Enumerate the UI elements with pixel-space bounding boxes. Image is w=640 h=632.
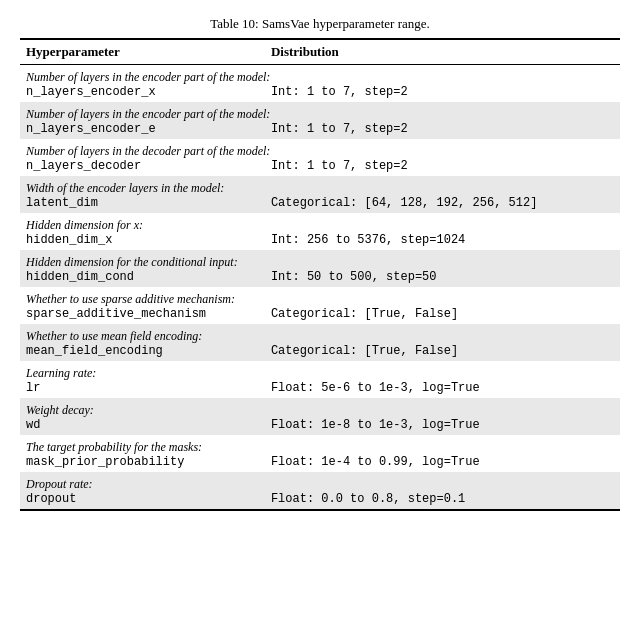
table-row: lrFloat: 5e-6 to 1e-3, log=True <box>20 381 620 398</box>
param-name: sparse_additive_mechanism <box>20 307 265 324</box>
table-row: dropoutFloat: 0.0 to 0.8, step=0.1 <box>20 492 620 510</box>
row-description: Weight decay: <box>20 398 620 418</box>
row-description: Whether to use mean field encoding: <box>20 324 620 344</box>
table-row: mask_prior_probabilityFloat: 1e-4 to 0.9… <box>20 455 620 472</box>
distribution-value: Categorical: [64, 128, 192, 256, 512] <box>265 196 620 213</box>
table-row: n_layers_encoder_xInt: 1 to 7, step=2 <box>20 85 620 102</box>
row-description: Number of layers in the decoder part of … <box>20 139 620 159</box>
row-description: Hidden dimension for the conditional inp… <box>20 250 620 270</box>
distribution-value: Categorical: [True, False] <box>265 307 620 324</box>
param-name: hidden_dim_cond <box>20 270 265 287</box>
table-row: Learning rate: <box>20 361 620 381</box>
table-row: mean_field_encodingCategorical: [True, F… <box>20 344 620 361</box>
table-row: hidden_dim_condInt: 50 to 500, step=50 <box>20 270 620 287</box>
hyperparameter-table: Hyperparameter Distribution Number of la… <box>20 38 620 511</box>
table-row: Number of layers in the encoder part of … <box>20 65 620 86</box>
distribution-value: Float: 1e-4 to 0.99, log=True <box>265 455 620 472</box>
param-name: latent_dim <box>20 196 265 213</box>
table-row: Hidden dimension for the conditional inp… <box>20 250 620 270</box>
row-description: The target probability for the masks: <box>20 435 620 455</box>
header-col2: Distribution <box>265 39 620 65</box>
table-row: The target probability for the masks: <box>20 435 620 455</box>
table-row: n_layers_encoder_eInt: 1 to 7, step=2 <box>20 122 620 139</box>
table-row: sparse_additive_mechanismCategorical: [T… <box>20 307 620 324</box>
table-row: Hidden dimension for x: <box>20 213 620 233</box>
table-caption: Table 10: SamsVae hyperparameter range. <box>20 16 620 32</box>
header-col1: Hyperparameter <box>20 39 265 65</box>
distribution-value: Int: 1 to 7, step=2 <box>265 122 620 139</box>
table-row: hidden_dim_xInt: 256 to 5376, step=1024 <box>20 233 620 250</box>
row-description: Dropout rate: <box>20 472 620 492</box>
distribution-value: Float: 0.0 to 0.8, step=0.1 <box>265 492 620 510</box>
table-row: n_layers_decoderInt: 1 to 7, step=2 <box>20 159 620 176</box>
param-name: n_layers_decoder <box>20 159 265 176</box>
distribution-value: Int: 50 to 500, step=50 <box>265 270 620 287</box>
row-description: Width of the encoder layers in the model… <box>20 176 620 196</box>
table-row: Whether to use mean field encoding: <box>20 324 620 344</box>
row-description: Hidden dimension for x: <box>20 213 620 233</box>
distribution-value: Int: 1 to 7, step=2 <box>265 159 620 176</box>
row-description: Number of layers in the encoder part of … <box>20 102 620 122</box>
table-row: Weight decay: <box>20 398 620 418</box>
page-container: Table 10: SamsVae hyperparameter range. … <box>0 0 640 632</box>
table-row: Width of the encoder layers in the model… <box>20 176 620 196</box>
distribution-value: Float: 1e-8 to 1e-3, log=True <box>265 418 620 435</box>
row-description: Number of layers in the encoder part of … <box>20 65 620 86</box>
table-row: Number of layers in the encoder part of … <box>20 102 620 122</box>
table-row: Dropout rate: <box>20 472 620 492</box>
row-description: Learning rate: <box>20 361 620 381</box>
param-name: n_layers_encoder_x <box>20 85 265 102</box>
distribution-value: Categorical: [True, False] <box>265 344 620 361</box>
table-row: Whether to use sparse additive mechanism… <box>20 287 620 307</box>
param-name: mask_prior_probability <box>20 455 265 472</box>
table-row: latent_dimCategorical: [64, 128, 192, 25… <box>20 196 620 213</box>
param-name: hidden_dim_x <box>20 233 265 250</box>
row-description: Whether to use sparse additive mechanism… <box>20 287 620 307</box>
distribution-value: Int: 1 to 7, step=2 <box>265 85 620 102</box>
param-name: n_layers_encoder_e <box>20 122 265 139</box>
distribution-value: Float: 5e-6 to 1e-3, log=True <box>265 381 620 398</box>
param-name: lr <box>20 381 265 398</box>
param-name: mean_field_encoding <box>20 344 265 361</box>
table-row: wdFloat: 1e-8 to 1e-3, log=True <box>20 418 620 435</box>
param-name: dropout <box>20 492 265 510</box>
distribution-value: Int: 256 to 5376, step=1024 <box>265 233 620 250</box>
table-row: Number of layers in the decoder part of … <box>20 139 620 159</box>
param-name: wd <box>20 418 265 435</box>
